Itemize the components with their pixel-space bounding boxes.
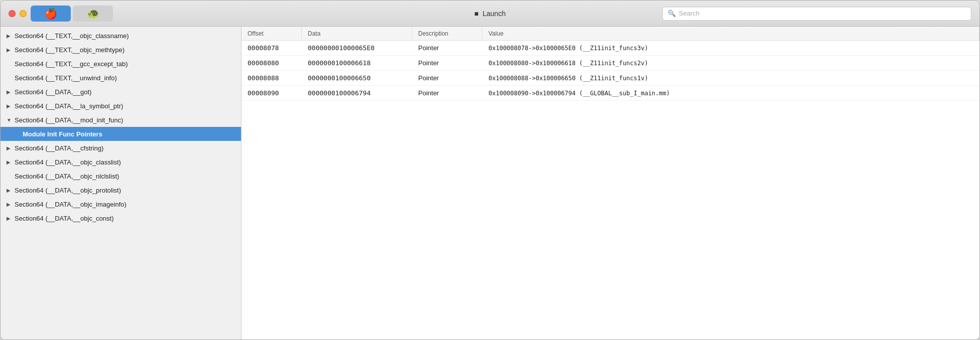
header-offset: Offset bbox=[241, 27, 302, 40]
tree-item-label: Section64 (__DATA,__mod_init_func) bbox=[15, 116, 123, 124]
disclosure-icon: ▶ bbox=[7, 159, 13, 165]
tree-item[interactable]: Section64 (__TEXT,__unwind_info) bbox=[1, 71, 241, 85]
tree-item-label: Section64 (__TEXT,__objc_methtype) bbox=[15, 46, 125, 54]
table-row[interactable]: 00008080 0000000100006618 Pointer 0x1000… bbox=[241, 56, 979, 71]
disclosure-icon: ▶ bbox=[7, 47, 13, 53]
titlebar: 🍎 🐢 ■ Launch 🔍 Search bbox=[1, 1, 979, 27]
cell-description: Pointer bbox=[412, 41, 482, 55]
tab-2[interactable]: 🐢 bbox=[73, 6, 113, 22]
tree-item-label: Section64 (__TEXT,__gcc_except_tab) bbox=[15, 60, 128, 68]
cell-description: Pointer bbox=[412, 86, 482, 100]
tab-bar: 🍎 🐢 bbox=[31, 6, 113, 22]
minimize-button[interactable] bbox=[20, 10, 27, 17]
tab-2-icon: 🐢 bbox=[87, 8, 99, 20]
cell-value: 0x100008090->0x100006794 (__GLOBAL__sub_… bbox=[482, 86, 979, 100]
table-row[interactable]: 00008078 000000001000065E0 Pointer 0x100… bbox=[241, 41, 979, 56]
tree-item-label: Section64 (__TEXT,__objc_classname) bbox=[15, 32, 129, 40]
search-placeholder: Search bbox=[679, 10, 699, 17]
disclosure-icon: ▼ bbox=[7, 117, 13, 123]
tree-item[interactable]: ▶Section64 (__TEXT,__objc_methtype) bbox=[1, 43, 241, 57]
main-window: 🍎 🐢 ■ Launch 🔍 Search ▶Section64 (__TEXT… bbox=[0, 0, 980, 340]
table-row[interactable]: 00008090 0000000100006794 Pointer 0x1000… bbox=[241, 86, 979, 101]
table-header: Offset Data Description Value bbox=[241, 27, 979, 41]
tree-item[interactable]: Section64 (__DATA,__objc_nlclslist) bbox=[1, 169, 241, 183]
tree-item[interactable]: ▼Section64 (__DATA,__mod_init_func) bbox=[1, 113, 241, 127]
disclosure-icon: ▶ bbox=[7, 33, 13, 39]
tree-item-label: Section64 (__DATA,__objc_nlclslist) bbox=[15, 173, 119, 180]
cell-data: 000000001000065E0 bbox=[302, 41, 412, 55]
tab-1[interactable]: 🍎 bbox=[31, 6, 71, 22]
tree-item-label: Section64 (__DATA,__objc_protolist) bbox=[15, 187, 121, 194]
search-bar[interactable]: 🔍 Search bbox=[662, 7, 971, 21]
table-body: 00008078 000000001000065E0 Pointer 0x100… bbox=[241, 41, 979, 101]
tree-item[interactable]: ▶Section64 (__DATA,__objc_classlist) bbox=[1, 155, 241, 169]
cell-data: 0000000100006794 bbox=[302, 86, 412, 100]
main-content: ▶Section64 (__TEXT,__objc_classname)▶Sec… bbox=[1, 27, 979, 339]
search-bar-wrapper: 🔍 Search bbox=[662, 7, 971, 21]
window-icon: ■ bbox=[474, 10, 478, 18]
cell-data: 0000000100006650 bbox=[302, 71, 412, 85]
cell-offset: 00008080 bbox=[241, 56, 302, 70]
tree-item[interactable]: ▶Section64 (__DATA,__objc_const) bbox=[1, 211, 241, 225]
tree-item[interactable]: Section64 (__TEXT,__gcc_except_tab) bbox=[1, 57, 241, 71]
tree-item-label: Section64 (__DATA,__got) bbox=[15, 88, 91, 96]
tree-item-label: Section64 (__DATA,__cfstring) bbox=[15, 144, 103, 152]
tree-item-label: Section64 (__DATA,__objc_imageinfo) bbox=[15, 201, 127, 208]
tree-item-label: Section64 (__DATA,__objc_classlist) bbox=[15, 158, 121, 166]
table-row[interactable]: 00008088 0000000100006650 Pointer 0x1000… bbox=[241, 71, 979, 86]
cell-description: Pointer bbox=[412, 56, 482, 70]
cell-value: 0x100008080->0x100006618 (__Z11init_func… bbox=[482, 56, 979, 70]
cell-offset: 00008088 bbox=[241, 71, 302, 85]
cell-data: 0000000100006618 bbox=[302, 56, 412, 70]
search-icon: 🔍 bbox=[668, 10, 676, 17]
disclosure-icon: ▶ bbox=[7, 103, 13, 109]
window-title: Launch bbox=[482, 10, 506, 18]
window-title-area: ■ Launch bbox=[474, 10, 506, 18]
cell-offset: 00008090 bbox=[241, 86, 302, 100]
cell-description: Pointer bbox=[412, 71, 482, 85]
disclosure-icon: ▶ bbox=[7, 202, 13, 207]
tree-item[interactable]: ▶Section64 (__TEXT,__objc_classname) bbox=[1, 29, 241, 43]
tree-item[interactable]: ▶Section64 (__DATA,__cfstring) bbox=[1, 141, 241, 155]
disclosure-icon: ▶ bbox=[7, 89, 13, 95]
tree-item-label: Section64 (__TEXT,__unwind_info) bbox=[15, 74, 117, 82]
tree-item-label: Section64 (__DATA,__la_symbol_ptr) bbox=[15, 102, 123, 110]
right-panel-table: Offset Data Description Value 00008078 0… bbox=[241, 27, 979, 339]
disclosure-icon: ▶ bbox=[7, 145, 13, 151]
tree-item[interactable]: ▶Section64 (__DATA,__got) bbox=[1, 85, 241, 99]
tree-item[interactable]: ▶Section64 (__DATA,__la_symbol_ptr) bbox=[1, 99, 241, 113]
header-value: Value bbox=[482, 27, 979, 40]
tree-item[interactable]: ▶Section64 (__DATA,__objc_imageinfo) bbox=[1, 197, 241, 211]
cell-value: 0x100008088->0x100006650 (__Z11init_func… bbox=[482, 71, 979, 85]
tree-item-label: Section64 (__DATA,__objc_const) bbox=[15, 215, 114, 222]
header-data: Data bbox=[302, 27, 412, 40]
close-button[interactable] bbox=[9, 10, 16, 17]
tab-1-icon: 🍎 bbox=[45, 8, 57, 20]
tree-item[interactable]: Module Init Func Pointers bbox=[1, 127, 241, 141]
tree-item-label: Module Init Func Pointers bbox=[23, 130, 102, 138]
disclosure-icon: ▶ bbox=[7, 216, 13, 221]
tree-item[interactable]: ▶Section64 (__DATA,__objc_protolist) bbox=[1, 183, 241, 197]
header-description: Description bbox=[412, 27, 482, 40]
cell-value: 0x100008078->0x1000065E0 (__Z11init_func… bbox=[482, 41, 979, 55]
disclosure-icon: ▶ bbox=[7, 188, 13, 193]
left-panel-tree[interactable]: ▶Section64 (__TEXT,__objc_classname)▶Sec… bbox=[1, 27, 241, 339]
cell-offset: 00008078 bbox=[241, 41, 302, 55]
